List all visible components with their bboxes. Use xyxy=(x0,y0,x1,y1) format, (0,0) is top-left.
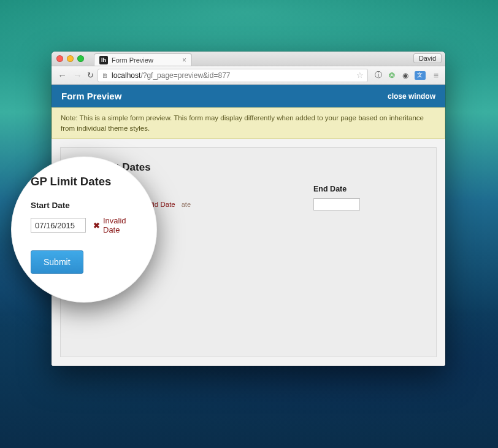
guide-text-fragment: ate xyxy=(182,201,191,208)
end-date-field: End Date xyxy=(313,185,360,210)
forward-button[interactable]: → xyxy=(72,70,83,80)
end-date-label: End Date xyxy=(313,185,360,193)
zoom-error-x-icon: ✖ xyxy=(93,221,100,230)
url-path: /?gf_page=preview&id=877 xyxy=(140,71,230,80)
zoom-lens: GP Limit Dates Start Date ✖ Invalid Date… xyxy=(11,156,157,303)
toolbar: ← → ↻ 🗎 localhost/?gf_page=preview&id=87… xyxy=(52,66,445,85)
tab-close-icon[interactable]: × xyxy=(182,56,186,64)
close-window-button[interactable] xyxy=(56,55,63,62)
bookmark-star-icon[interactable]: ☆ xyxy=(356,71,364,80)
extension-translate-icon[interactable]: 文 xyxy=(415,71,426,80)
preview-header: Form Preview close window xyxy=(52,85,445,107)
menu-button[interactable]: ≡ xyxy=(432,71,440,80)
tab-form-preview[interactable]: lh Form Preview × xyxy=(94,53,192,66)
preview-note: Note: This is a simple form preview. Thi… xyxy=(52,107,445,139)
extension-icons: ⓘ ❂ ◉ 文 xyxy=(372,71,428,80)
close-window-link[interactable]: close window xyxy=(388,92,435,101)
zoom-invalid-date-message: ✖ Invalid Date xyxy=(93,216,145,234)
extension-info-icon[interactable]: ⓘ xyxy=(374,71,383,80)
tab-strip: lh Form Preview × xyxy=(94,52,192,66)
favicon-icon: lh xyxy=(99,56,108,64)
url-host: localhost xyxy=(112,71,140,80)
zoom-submit-button[interactable]: Submit xyxy=(31,250,83,274)
tab-title: Form Preview xyxy=(112,56,153,64)
page-icon: 🗎 xyxy=(102,72,109,79)
profile-badge[interactable]: David xyxy=(413,53,442,63)
back-button[interactable]: ← xyxy=(56,70,68,80)
maximize-window-button[interactable] xyxy=(77,55,84,62)
zoom-start-date-input[interactable] xyxy=(31,218,86,233)
zoom-invalid-date-text: Invalid Date xyxy=(103,216,145,234)
reload-button[interactable]: ↻ xyxy=(87,71,94,80)
address-bar[interactable]: 🗎 localhost/?gf_page=preview&id=877 ☆ xyxy=(98,69,368,82)
window-controls xyxy=(56,55,84,62)
extension-orb-icon[interactable]: ◉ xyxy=(401,71,410,80)
zoom-start-date-label: Start Date xyxy=(31,201,145,210)
end-date-input[interactable] xyxy=(313,198,360,210)
titlebar: lh Form Preview × David xyxy=(52,52,445,66)
minimize-window-button[interactable] xyxy=(67,55,74,62)
preview-title: Form Preview xyxy=(61,91,121,101)
extension-green-icon[interactable]: ❂ xyxy=(388,71,396,80)
zoom-form-title: GP Limit Dates xyxy=(31,175,145,188)
